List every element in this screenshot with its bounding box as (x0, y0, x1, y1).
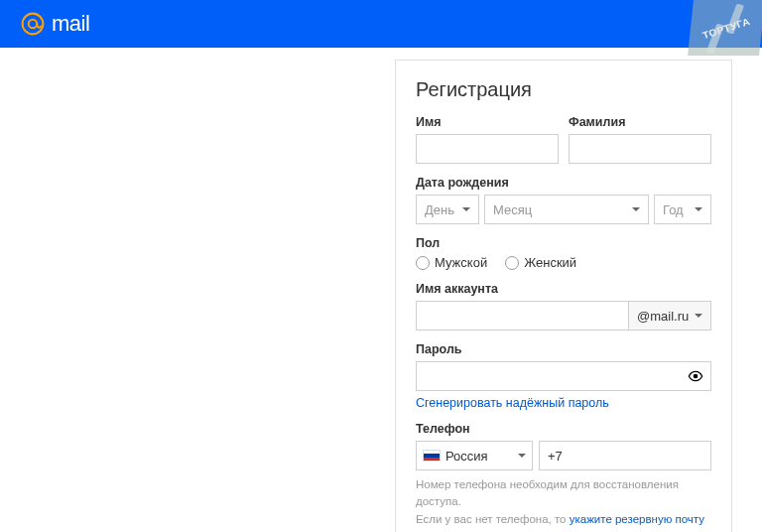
brand-logo[interactable]: mail (20, 11, 89, 37)
dob-month-select[interactable]: Месяц (484, 195, 649, 224)
header-bar: mail (0, 0, 762, 48)
chevron-down-icon (518, 454, 526, 458)
radio-icon (505, 256, 519, 270)
svg-point-2 (694, 374, 698, 379)
password-input[interactable] (416, 361, 711, 391)
page-title: Регистрация (416, 78, 711, 101)
last-name-input[interactable] (569, 134, 711, 164)
phone-label: Телефон (416, 422, 711, 436)
gender-male-radio[interactable]: Мужской (416, 255, 487, 270)
chevron-down-icon (632, 207, 640, 211)
registration-form: Регистрация Имя Фамилия Дата рождения Де… (395, 60, 732, 532)
chevron-down-icon (695, 314, 702, 318)
phone-input[interactable] (539, 441, 711, 470)
eye-icon[interactable] (688, 368, 703, 384)
gender-label: Пол (416, 236, 711, 250)
watermark: ТОРТУГА (688, 0, 762, 56)
first-name-label: Имя (416, 115, 559, 129)
backup-email-link[interactable]: укажите резервную почту (570, 513, 704, 525)
password-label: Пароль (416, 342, 711, 356)
phone-country-select[interactable]: Россия (416, 441, 533, 470)
radio-icon (416, 256, 430, 270)
account-label: Имя аккаунта (416, 282, 711, 296)
dob-year-select[interactable]: Год (654, 195, 711, 224)
chevron-down-icon (695, 207, 702, 211)
dob-label: Дата рождения (416, 176, 711, 190)
dob-day-select[interactable]: День (416, 195, 479, 224)
last-name-label: Фамилия (569, 115, 711, 129)
flag-ru-icon (423, 450, 441, 462)
at-icon (20, 11, 46, 37)
svg-point-0 (23, 14, 44, 35)
generate-password-link[interactable]: Сгенерировать надёжный пароль (416, 396, 609, 410)
svg-point-1 (29, 20, 37, 28)
account-domain-select[interactable]: @mail.ru (628, 301, 711, 331)
first-name-input[interactable] (416, 134, 559, 164)
chevron-down-icon (462, 207, 470, 211)
brand-text: mail (52, 11, 89, 37)
account-input[interactable] (416, 301, 628, 331)
phone-hint: Номер телефона необходим для восстановле… (416, 476, 711, 528)
gender-female-radio[interactable]: Женский (505, 255, 576, 270)
